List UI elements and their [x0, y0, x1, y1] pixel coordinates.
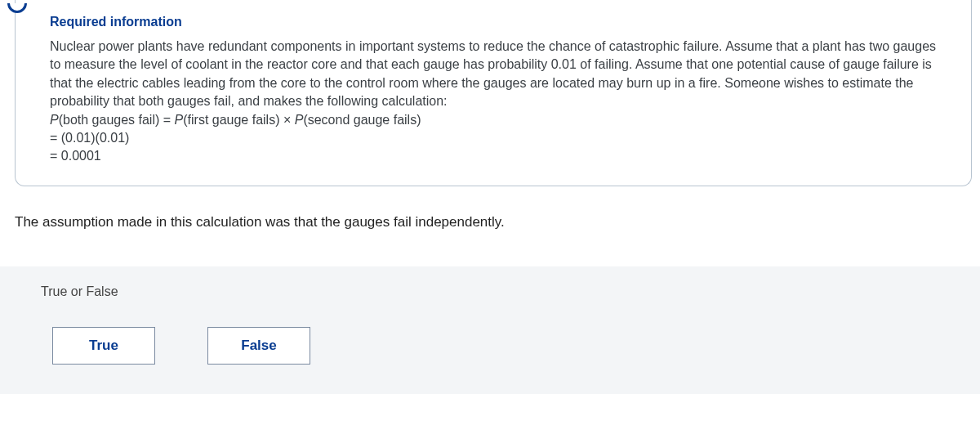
answer-prompt: True or False [41, 284, 939, 299]
eq-t3: (second gauge fails) [303, 113, 421, 127]
answer-area: True or False True False [0, 266, 980, 394]
eq-line2: = (0.01)(0.01) [50, 131, 129, 145]
eq-line3: = 0.0001 [50, 149, 101, 163]
eq-t1: (both gauges fail) = [59, 113, 175, 127]
required-info-box: Required information Nuclear power plant… [15, 0, 972, 186]
false-button[interactable]: False [207, 327, 310, 365]
info-body: Nuclear power plants have redundant comp… [50, 38, 937, 166]
eq-p1: P [50, 113, 59, 127]
info-paragraph: Nuclear power plants have redundant comp… [50, 39, 936, 108]
button-row: True False [41, 327, 939, 365]
info-title: Required information [50, 15, 937, 29]
true-button[interactable]: True [52, 327, 155, 365]
eq-p3: P [295, 113, 304, 127]
eq-t2: (first gauge fails) × [183, 113, 295, 127]
eq-p2: P [175, 113, 184, 127]
question-statement: The assumption made in this calculation … [8, 214, 980, 230]
